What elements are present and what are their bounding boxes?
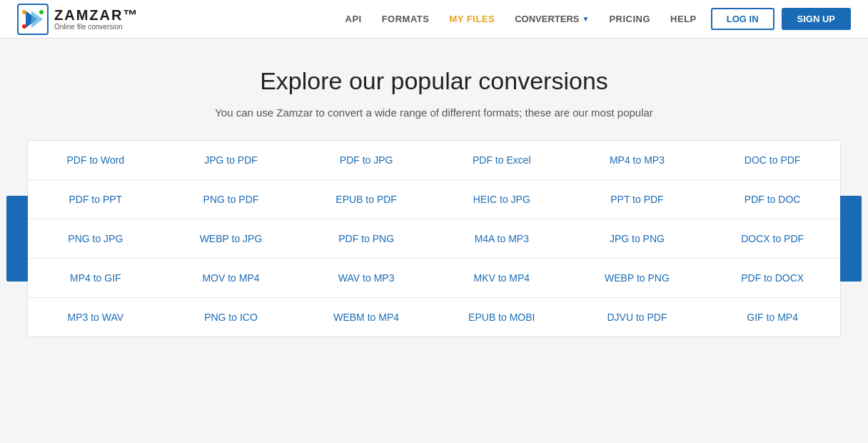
table-cell: WEBM to MP4 [298,298,434,337]
table-cell: PDF to PPT [28,180,163,219]
table-cell: PDF to DOCX [705,259,840,298]
conversions-card: PDF to WordJPG to PDFPDF to JPGPDF to Ex… [27,140,841,337]
table-cell: PDF to PNG [298,219,434,259]
table-cell: PNG to ICO [163,298,299,337]
table-cell: MP3 to WAV [28,298,163,337]
table-cell: EPUB to PDF [298,180,434,219]
table-row: PDF to WordJPG to PDFPDF to JPGPDF to Ex… [28,141,840,180]
nav-pricing[interactable]: PRICING [609,14,650,24]
conversion-link[interactable]: WEBP to PNG [605,272,670,284]
conversion-link[interactable]: PDF to JPG [340,154,393,166]
table-cell: MOV to MP4 [163,259,299,298]
conversion-link[interactable]: WEBP to JPG [200,233,263,244]
logo-text: ZAMZAR™ Online file conversion [54,7,138,31]
table-cell: MP4 to GIF [28,259,163,298]
nav-formats[interactable]: FORMATS [382,14,430,24]
table-cell: GIF to MP4 [705,298,840,337]
conversion-link[interactable]: MP3 to WAV [68,312,124,323]
table-cell: WEBP to JPG [163,219,299,259]
conversion-link[interactable]: DOC to PDF [745,154,801,166]
conversion-link[interactable]: DJVU to PDF [607,312,667,323]
table-cell: PPT to PDF [570,180,705,219]
table-cell: DOCX to PDF [705,219,840,259]
table-row: MP3 to WAVPNG to ICOWEBM to MP4EPUB to M… [28,298,840,337]
conversion-link[interactable]: PNG to PDF [203,194,259,205]
conversion-link[interactable]: WEBM to MP4 [333,312,399,323]
svg-point-2 [22,10,26,14]
conversion-link[interactable]: MOV to MP4 [202,272,259,284]
conversion-link[interactable]: PPT to PDF [610,194,663,205]
conversion-link[interactable]: MKV to MP4 [474,272,530,284]
table-cell: EPUB to MOBI [434,298,570,337]
conversion-link[interactable]: GIF to MP4 [747,312,798,323]
header: ZAMZAR™ Online file conversion API FORMA… [0,0,868,39]
conversion-link[interactable]: PNG to ICO [204,312,258,323]
conversion-link[interactable]: PDF to DOCX [741,272,804,284]
table-cell: PNG to PDF [163,180,299,219]
table-cell: WEBP to PNG [570,259,705,298]
nav-myfiles[interactable]: MY FILES [449,14,495,24]
conversion-link[interactable]: PDF to DOC [745,194,801,205]
table-cell: MP4 to MP3 [570,141,705,180]
table-cell: HEIC to JPG [434,180,570,219]
svg-point-3 [22,24,26,29]
table-cell: JPG to PDF [163,141,299,180]
table-cell: PDF to JPG [298,141,434,180]
table-row: PNG to JPGWEBP to JPGPDF to PNGM4A to MP… [28,219,840,259]
svg-point-4 [39,10,44,14]
conversion-link[interactable]: PDF to PNG [338,233,394,244]
login-button[interactable]: LOG IN [711,8,774,30]
chevron-down-icon: ▼ [582,15,590,23]
conversion-link[interactable]: EPUB to PDF [335,194,397,205]
table-cell: WAV to MP3 [298,259,434,298]
table-cell: PNG to JPG [28,219,163,259]
main-content: Explore our popular conversions You can … [0,39,868,337]
conversion-link[interactable]: DOCX to PDF [741,233,804,244]
nav-converters[interactable]: CONVERTERS ▼ [515,14,589,24]
page-subtitle: You can use Zamzar to convert a wide ran… [14,106,854,119]
conversion-link[interactable]: PNG to JPG [68,233,123,244]
conversion-link[interactable]: EPUB to MOBI [468,312,535,323]
conversion-link[interactable]: PDF to Excel [473,154,531,166]
conversions-table: PDF to WordJPG to PDFPDF to JPGPDF to Ex… [28,141,840,337]
nav-converters-label: CONVERTERS [515,14,579,24]
table-cell: PDF to Excel [434,141,570,180]
nav-help[interactable]: HELP [670,14,697,24]
main-nav: API FORMATS MY FILES CONVERTERS ▼ PRICIN… [345,14,697,24]
conversion-link[interactable]: WAV to MP3 [338,272,395,284]
conversion-link[interactable]: HEIC to JPG [473,194,530,205]
table-cell: PDF to DOC [705,180,840,219]
page-title: Explore our popular conversions [14,67,854,95]
conversion-link[interactable]: JPG to PNG [610,233,665,244]
table-cell: PDF to Word [28,141,163,180]
logo-brand: ZAMZAR™ [54,7,138,23]
table-row: MP4 to GIFMOV to MP4WAV to MP3MKV to MP4… [28,259,840,298]
table-row: PDF to PPTPNG to PDFEPUB to PDFHEIC to J… [28,180,840,219]
table-cell: DJVU to PDF [570,298,705,337]
logo[interactable]: ZAMZAR™ Online file conversion [17,4,138,35]
logo-sub: Online file conversion [54,23,138,31]
conversion-link[interactable]: M4A to MP3 [475,233,529,244]
table-cell: MKV to MP4 [434,259,570,298]
conversion-link[interactable]: MP4 to MP3 [610,154,665,166]
conversion-link[interactable]: PDF to Word [67,154,125,166]
logo-icon [17,4,49,35]
table-cell: DOC to PDF [705,141,840,180]
conversion-link[interactable]: JPG to PDF [204,154,258,166]
conversion-link[interactable]: MP4 to GIF [70,272,121,284]
table-cell: M4A to MP3 [434,219,570,259]
conversion-link[interactable]: PDF to PPT [69,194,122,205]
signup-button[interactable]: SIGN UP [782,8,851,30]
table-cell: JPG to PNG [570,219,705,259]
nav-api[interactable]: API [345,14,362,24]
